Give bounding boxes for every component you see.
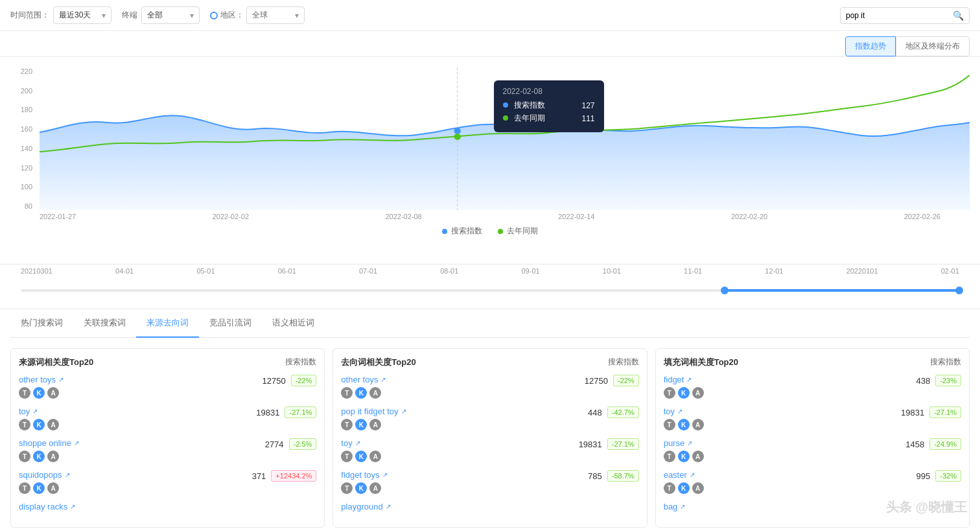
y-label-160: 160: [10, 125, 36, 133]
panel-fill-col-label: 搜索指数: [930, 357, 961, 368]
tab-related-search[interactable]: 关联搜索词: [73, 309, 136, 338]
tag-fa-3: A: [692, 451, 704, 462]
dest-change-3: -27.1%: [607, 438, 639, 450]
dest-val-2: 448: [588, 408, 602, 417]
dest-kw-3[interactable]: toy ↗: [341, 438, 561, 448]
fill-arrow-5: ↗: [680, 503, 685, 510]
tag-a-2: A: [47, 419, 59, 430]
tl-2: 04-01: [115, 267, 134, 275]
tag-k-4: K: [33, 482, 45, 494]
dest-arrow-2: ↗: [401, 408, 406, 415]
fill-change-2: -27.1%: [929, 406, 961, 418]
tag-a-3: A: [47, 451, 59, 462]
timeline-handle-left[interactable]: [721, 287, 729, 294]
fill-item-3-right: 1458 -24.9%: [883, 438, 961, 450]
chart-tooltip: 2022-02-08 搜索指数 127 去年同期 111: [494, 80, 604, 132]
time-value: 最近30天: [59, 10, 91, 21]
bottom-section: 热门搜索词 关联搜索词 来源去向词 竞品引流词 语义相近词 来源词相关度Top2…: [0, 309, 980, 529]
panel-dest: 去向词相关度Top20 搜索指数 other toys ↗ T K A: [332, 348, 647, 528]
source-kw-5[interactable]: display racks ↗: [19, 502, 316, 511]
timeline-labels: 20210301 04-01 05-01 06-01 07-01 08-01 0…: [21, 267, 959, 275]
arrow-icon-1: ↗: [58, 376, 64, 383]
source-kw-3[interactable]: shoppe online ↗: [19, 438, 239, 448]
fill-kw-4[interactable]: easter ↗: [664, 470, 883, 480]
dest-kw-2[interactable]: pop it fidget toy ↗: [341, 406, 561, 416]
fill-item-2: toy ↗ T K A 19831 -27.1%: [664, 406, 961, 430]
tab-hot-search[interactable]: 热门搜索词: [10, 309, 73, 338]
fill-arrow-1: ↗: [686, 376, 692, 383]
fill-kw-5[interactable]: bag ↗: [664, 502, 961, 511]
legend-dot-search: [442, 229, 447, 234]
dest-kw-4[interactable]: fidget toys ↗: [341, 470, 561, 480]
dest-change-2: -42.7%: [607, 406, 639, 418]
search-icon[interactable]: 🔍: [953, 10, 964, 21]
search-box-wrapper: 🔍: [840, 7, 970, 24]
x-label-6: 2022-02-26: [904, 213, 940, 220]
tl-5: 07-01: [359, 267, 377, 275]
x-label-4: 2022-02-14: [558, 213, 594, 220]
tab-index-trend[interactable]: 指数趋势: [845, 36, 896, 56]
tag-dt-2: T: [341, 419, 353, 430]
dest-kw-5[interactable]: playground ↗: [341, 502, 638, 511]
tag-da-4: A: [369, 482, 381, 494]
panel-source-title: 来源词相关度Top20: [19, 357, 93, 368]
y-label-80: 80: [10, 202, 36, 210]
dest-change-4: -58.7%: [607, 470, 639, 482]
fill-kw-1[interactable]: fidget ↗: [664, 375, 883, 384]
fill-kw-3[interactable]: purse ↗: [664, 438, 883, 448]
fill-tags-1: T K A: [664, 387, 883, 399]
tab-semantic[interactable]: 语义相近词: [262, 309, 325, 338]
dest-item-3-left: toy ↗ T K A: [341, 438, 561, 462]
region-select[interactable]: 全球 ▾: [246, 6, 305, 24]
fill-val-1: 438: [916, 376, 931, 386]
fill-kw-2[interactable]: toy ↗: [664, 406, 883, 416]
source-kw-4[interactable]: squidopops ↗: [19, 470, 239, 480]
tag-t-1: T: [19, 387, 30, 399]
tab-competitor[interactable]: 竞品引流词: [199, 309, 262, 338]
chevron-down-icon2: ▾: [190, 11, 194, 20]
tl-10: 12-01: [765, 267, 783, 275]
legend-dot-prev: [498, 229, 503, 234]
time-select[interactable]: 最近30天 ▾: [53, 6, 111, 24]
tag-da-1: A: [369, 387, 381, 399]
region-radio[interactable]: [210, 12, 218, 19]
x-label-2: 2022-02-02: [213, 213, 249, 220]
tooltip-dot-blue-legend: [503, 102, 508, 108]
timeline-handle-right[interactable]: [955, 287, 963, 294]
fill-tags-3: T K A: [664, 451, 883, 462]
fill-change-4: -32%: [935, 470, 961, 482]
fill-item-1: fidget ↗ T K A 438 -23%: [664, 375, 961, 399]
panel-fill-header: 填充词相关度Top20 搜索指数: [664, 357, 961, 368]
terminal-select[interactable]: 全部 ▾: [141, 6, 200, 24]
fill-item-5-left: bag ↗: [664, 502, 961, 511]
tag-ft-1: T: [664, 387, 675, 399]
tab-source-direction[interactable]: 来源去向词: [136, 309, 199, 338]
chart-container: 220 200 180 160 140 120 100 80: [0, 57, 980, 264]
dest-item-2-left: pop it fidget toy ↗ T K A: [341, 406, 561, 430]
dest-kw-1[interactable]: other toys ↗: [341, 375, 561, 384]
tag-da-2: A: [369, 419, 381, 430]
source-kw-2[interactable]: toy ↗: [19, 406, 239, 416]
dest-item-1: other toys ↗ T K A 12750 -22%: [341, 375, 638, 399]
source-change-1: -22%: [291, 375, 317, 386]
search-input[interactable]: [846, 11, 953, 20]
search-box[interactable]: 🔍: [840, 7, 970, 24]
panel-dest-header: 去向词相关度Top20 搜索指数: [341, 357, 638, 368]
tag-ft-2: T: [664, 419, 675, 430]
source-kw-1[interactable]: other toys ↗: [19, 375, 239, 384]
source-item-4: squidopops ↗ T K A 371 +12434.2%: [19, 470, 316, 494]
y-label-180: 180: [10, 106, 36, 113]
fill-item-3-left: purse ↗ T K A: [664, 438, 883, 462]
tab-region-distribution[interactable]: 地区及终端分布: [896, 36, 970, 56]
timeline-track[interactable]: [21, 289, 959, 292]
time-filter-group: 时间范围： 最近30天 ▾: [10, 6, 111, 24]
dest-val-4: 785: [588, 471, 602, 481]
source-tags-2: T K A: [19, 419, 239, 430]
dest-item-4-right: 785 -58.7%: [561, 470, 639, 482]
tag-fk-2: K: [678, 419, 690, 430]
fill-val-2: 19831: [901, 408, 924, 417]
source-item-5: display racks ↗: [19, 502, 316, 511]
tag-ft-4: T: [664, 482, 675, 494]
tag-dt-4: T: [341, 482, 353, 494]
dest-arrow-4: ↗: [382, 471, 388, 478]
